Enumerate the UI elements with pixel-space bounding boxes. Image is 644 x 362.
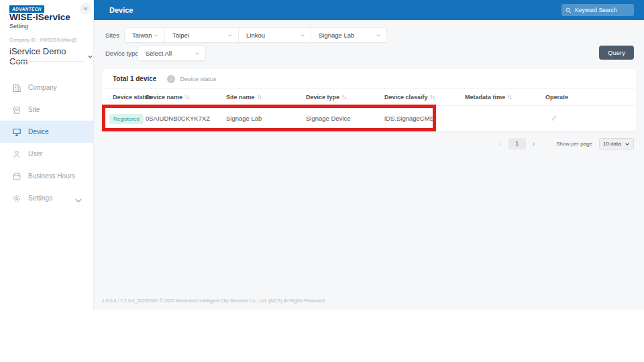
- page-size-value: 10 data: [603, 141, 621, 147]
- sites-filter-label: Sites: [105, 32, 119, 39]
- search-icon: [566, 7, 572, 13]
- info-icon[interactable]: i: [167, 75, 175, 83]
- page-title: Device: [109, 6, 133, 14]
- user-icon: [12, 149, 21, 159]
- sidebar-collapse-icon[interactable]: «: [80, 3, 91, 15]
- product-title: WISE-iService: [9, 12, 70, 22]
- pagination: ‹ 1 › Show per page 10 data: [495, 138, 634, 149]
- table-header-row: Device status Device name Site name Devi…: [102, 89, 636, 106]
- sidebar-item-user[interactable]: User: [0, 143, 94, 165]
- site-dropdown-district[interactable]: Linkou: [239, 28, 311, 42]
- device-type-filter-label: Device type: [105, 50, 139, 57]
- sidebar-item-label: Device: [28, 128, 49, 135]
- search-input[interactable]: [575, 7, 630, 13]
- device-status-legend-label: Device status: [180, 76, 216, 82]
- keyword-search-box[interactable]: [561, 4, 634, 16]
- storefront-icon: [12, 105, 21, 115]
- column-header-operate: Operate: [545, 94, 636, 101]
- monitor-icon: [12, 127, 21, 137]
- sort-icon[interactable]: [257, 95, 262, 100]
- dropdown-value: Signage Lab: [319, 32, 354, 39]
- device-type-dropdown[interactable]: Select All: [138, 46, 206, 61]
- sidebar-item-device[interactable]: Device: [0, 121, 94, 143]
- dropdown-value: Taipei: [172, 32, 189, 39]
- sidebar: « ADVANTECH WISE-iService Setting Compan…: [0, 0, 94, 310]
- status-badge: Registered: [109, 114, 144, 124]
- column-header-metadata-time[interactable]: Metadata time: [465, 94, 545, 101]
- sidebar-item-site[interactable]: Site: [0, 99, 94, 121]
- total-count-label: Total 1 device: [113, 75, 156, 82]
- dropdown-value: Linkou: [246, 32, 265, 39]
- edit-pencil-icon[interactable]: [550, 114, 636, 123]
- sidebar-item-label: Settings: [28, 194, 52, 202]
- topbar: Device: [94, 0, 644, 20]
- cell-device-classify: iDS.SignageCMS: [384, 115, 465, 122]
- chevron-down-icon: [376, 33, 381, 38]
- calendar-icon: [12, 172, 21, 181]
- gear-icon: [12, 194, 21, 203]
- sidebar-item-label: Company: [28, 84, 57, 91]
- page-number-button[interactable]: 1: [508, 138, 526, 149]
- column-header-device-classify[interactable]: Device classify: [384, 94, 465, 101]
- building-icon: [12, 83, 21, 93]
- sidebar-menu: Company Site Device User Business Hours …: [0, 76, 94, 209]
- previous-page-icon[interactable]: ‹: [495, 140, 505, 147]
- column-header-device-status: Device status: [113, 94, 146, 101]
- site-dropdown-city[interactable]: Taipei: [165, 28, 239, 42]
- site-dropdown-site[interactable]: Signage Lab: [311, 28, 386, 42]
- company-id-label: Company ID : XWSDSXuWwujS: [9, 38, 77, 42]
- chevron-down-icon: [195, 51, 200, 56]
- sidebar-divider: [9, 61, 85, 62]
- next-page-icon[interactable]: ›: [529, 140, 539, 147]
- cell-device-type: Signage Device: [306, 115, 384, 122]
- column-header-device-name[interactable]: Device name: [146, 94, 226, 101]
- dropdown-value: Taiwan: [132, 32, 152, 39]
- column-header-site-name[interactable]: Site name: [226, 94, 306, 101]
- company-selector-label: iService Demo Com: [9, 46, 83, 66]
- show-per-page-label: Show per page: [556, 141, 592, 147]
- sort-icon[interactable]: [184, 95, 190, 100]
- column-header-device-type[interactable]: Device type: [306, 94, 384, 101]
- sidebar-item-label: Business Hours: [28, 172, 75, 180]
- company-selector[interactable]: iService Demo Com: [9, 46, 93, 66]
- cell-site-name: Signage Lab: [226, 115, 306, 122]
- page-size-dropdown[interactable]: 10 data: [599, 138, 634, 149]
- chevron-down-icon: [300, 33, 305, 38]
- chevron-down-icon: [87, 52, 93, 62]
- chevron-down-icon: [625, 141, 630, 147]
- sort-icon[interactable]: [430, 95, 435, 100]
- sidebar-item-label: Site: [28, 106, 40, 113]
- sites-filter-group: Taiwan Taipei Linkou Signage Lab: [124, 27, 387, 43]
- sort-icon[interactable]: [341, 95, 347, 100]
- table-row[interactable]: Registered 0SAIUDNB0CKYK7XZ Signage Lab …: [102, 106, 636, 131]
- app-window: « ADVANTECH WISE-iService Setting Compan…: [0, 0, 644, 310]
- table-summary-row: Total 1 device i Device status: [102, 69, 636, 89]
- query-button[interactable]: Query: [599, 46, 634, 60]
- product-subtitle: Setting: [9, 23, 28, 29]
- chevron-down-icon: [227, 33, 233, 38]
- footer-copyright: 1.0.0.4 / 7.2.0.0_20230901 © 2022 Advant…: [102, 298, 326, 303]
- device-table-card: Total 1 device i Device status Device st…: [102, 69, 636, 131]
- cell-device-name: 0SAIUDNB0CKYK7XZ: [146, 115, 226, 122]
- site-dropdown-country[interactable]: Taiwan: [125, 28, 165, 42]
- chevron-down-icon: [154, 33, 159, 38]
- sidebar-item-business-hours[interactable]: Business Hours: [0, 165, 94, 187]
- chevron-down-icon: [74, 196, 83, 206]
- content-area: Sites Taiwan Taipei Linkou Signage Lab D…: [94, 20, 644, 310]
- sort-icon[interactable]: [507, 95, 513, 100]
- dropdown-value: Select All: [146, 50, 172, 57]
- sidebar-item-company[interactable]: Company: [0, 76, 94, 99]
- sidebar-item-label: User: [28, 150, 42, 158]
- sidebar-item-settings[interactable]: Settings: [0, 187, 94, 209]
